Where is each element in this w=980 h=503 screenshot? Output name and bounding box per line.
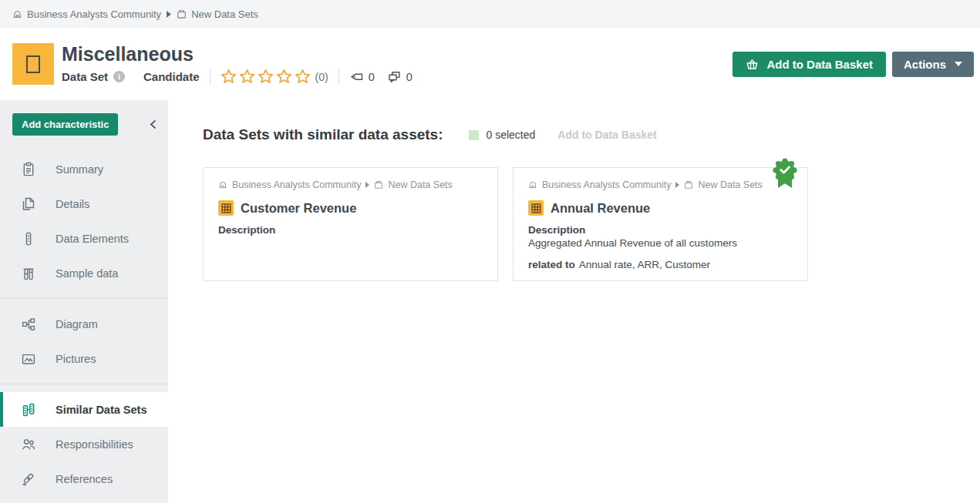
card-title[interactable]: Customer Revenue [241, 201, 356, 216]
breadcrumb-arrow-icon [167, 11, 171, 18]
comments-icon [387, 70, 402, 84]
sidebar-item-label: References [56, 473, 113, 485]
sidebar-item-summary[interactable]: Summary [0, 152, 168, 186]
sidebar-item-responsibilities[interactable]: Responsibilities [0, 427, 168, 461]
card-breadcrumb-community-label: Business Analysts Community [542, 179, 671, 190]
column-icon [21, 231, 36, 246]
sample-data-icon [21, 266, 36, 281]
description-label: Description [218, 224, 483, 236]
description-label: Description [528, 224, 793, 236]
sidebar-item-label: Sample data [56, 267, 118, 280]
page-title: Miscellaneous [62, 43, 413, 65]
card-title[interactable]: Annual Revenue [551, 201, 650, 216]
breadcrumb-arrow-icon [675, 182, 679, 188]
breadcrumb-arrow-icon [365, 182, 369, 188]
sidebar-item-label: Details [56, 198, 89, 210]
related-to-label: related to [528, 259, 575, 270]
card-breadcrumb-community-label: Business Analysts Community [232, 179, 361, 190]
sidebar-item-label: Summary [56, 163, 103, 176]
type-label: Data Set [62, 70, 108, 83]
sidebar-nav: Summary Details Data Elements [0, 152, 168, 496]
tag-icon [349, 70, 364, 83]
sidebar-item-pictures[interactable]: Pictures [0, 341, 168, 376]
sidebar-item-details[interactable]: Details [0, 186, 168, 221]
sidebar-item-data-elements[interactable]: Data Elements [0, 221, 168, 256]
breadcrumb-collection[interactable]: New Data Sets [177, 8, 258, 20]
actions-button[interactable]: Actions [892, 52, 974, 77]
rating-stars[interactable] [221, 69, 311, 85]
selected-count: 0 selected [487, 129, 536, 141]
actions-label: Actions [904, 58, 946, 71]
sidebar: Add characteristic Summary [0, 100, 168, 503]
sidebar-divider [0, 384, 168, 384]
rating-count: (0) [315, 71, 328, 83]
sidebar-item-label: Responsibilities [56, 438, 133, 451]
add-characteristic-button[interactable]: Add characteristic [12, 113, 118, 136]
star-icon[interactable] [239, 69, 255, 85]
page-header: Miscellaneous Data Set i Candidate (0) [0, 28, 980, 100]
tags-counter[interactable]: 0 [349, 70, 375, 83]
caret-down-icon [955, 62, 962, 66]
community-icon [218, 180, 227, 189]
document-icon [21, 196, 36, 212]
card-breadcrumb-collection-label: New Data Sets [698, 179, 762, 190]
description-text: Aggregated Annual Revenue of all custome… [528, 237, 793, 249]
collection-icon [374, 180, 383, 189]
star-icon[interactable] [258, 69, 274, 85]
breadcrumb-community[interactable]: Business Analysts Community [12, 8, 161, 20]
basket-icon [746, 59, 759, 70]
sidebar-item-label: Similar Data Sets [56, 404, 146, 416]
star-icon[interactable] [276, 69, 292, 85]
clipboard-icon [21, 162, 36, 177]
sidebar-divider [0, 298, 168, 299]
community-icon [12, 9, 22, 19]
comments-count: 0 [406, 71, 413, 83]
breadcrumb: Business Analysts Community New Data Set… [0, 0, 980, 28]
similar-dataset-card-customer-revenue[interactable]: Business Analysts Community New Data Set… [203, 167, 498, 281]
card-breadcrumb: Business Analysts Community New Data Set… [528, 179, 793, 190]
divider [338, 69, 339, 85]
diagram-icon [21, 317, 36, 332]
status-badge: Candidate [143, 70, 200, 83]
picture-icon [21, 351, 36, 367]
add-to-data-basket-button[interactable]: Add to Data Basket [732, 52, 886, 77]
star-icon[interactable] [221, 69, 237, 85]
link-icon [21, 471, 36, 487]
add-to-data-basket-label: Add to Data Basket [766, 58, 873, 71]
sidebar-item-label: Diagram [56, 318, 98, 330]
star-icon[interactable] [295, 69, 311, 85]
dataset-icon [12, 43, 54, 85]
sidebar-item-references[interactable]: References [0, 461, 168, 496]
sidebar-item-similar-data-sets[interactable]: Similar Data Sets [0, 392, 168, 427]
breadcrumb-community-label: Business Analysts Community [27, 8, 161, 20]
collection-icon [684, 180, 693, 189]
section-heading: Data Sets with similar data assets: [203, 126, 443, 143]
card-breadcrumb: Business Analysts Community New Data Set… [218, 179, 483, 190]
card-breadcrumb-collection-label: New Data Sets [388, 179, 452, 190]
sidebar-item-label: Pictures [56, 353, 96, 365]
related-to-values: Annual rate, ARR, Customer [579, 259, 710, 270]
dataset-table-icon [528, 200, 544, 216]
selection-indicator [469, 130, 479, 140]
similar-dataset-card-annual-revenue[interactable]: Business Analysts Community New Data Set… [513, 167, 808, 281]
collapse-sidebar-button[interactable] [148, 118, 158, 131]
dataset-glyph [26, 55, 40, 73]
related-to-row: related toAnnual rate, ARR, Customer [528, 259, 793, 270]
main-content: Data Sets with similar data assets: 0 se… [168, 100, 980, 503]
award-badge-icon [771, 156, 799, 190]
community-icon [528, 180, 537, 189]
sidebar-item-diagram[interactable]: Diagram [0, 307, 168, 341]
info-icon[interactable]: i [113, 71, 125, 82]
comments-counter[interactable]: 0 [387, 70, 413, 84]
add-to-data-basket-disabled-button[interactable]: Add to Data Basket [557, 129, 656, 141]
sidebar-item-label: Data Elements [56, 233, 129, 245]
tags-count: 0 [369, 71, 375, 83]
similar-data-sets-icon [21, 402, 36, 417]
divider [210, 69, 210, 85]
sidebar-item-sample-data[interactable]: Sample data [0, 256, 168, 290]
breadcrumb-collection-label: New Data Sets [191, 8, 258, 20]
dataset-table-icon [218, 200, 234, 216]
people-icon [21, 437, 36, 452]
collection-icon [177, 9, 187, 19]
